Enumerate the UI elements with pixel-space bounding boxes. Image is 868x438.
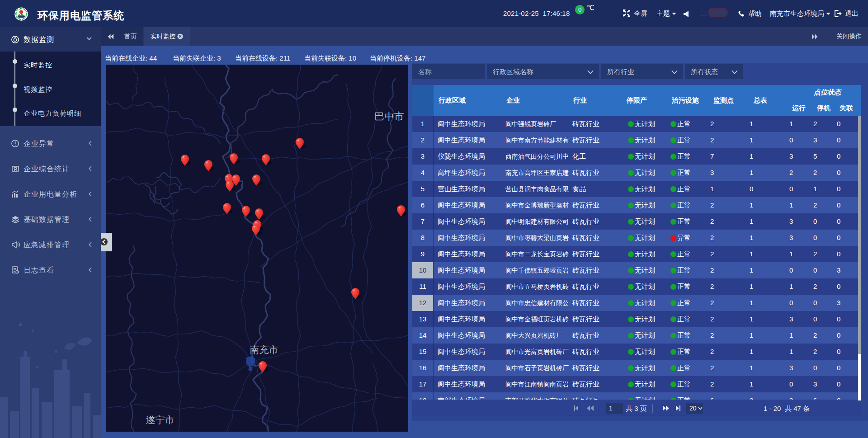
svg-text:遂宁市: 遂宁市 [146, 414, 175, 425]
svg-text:南充市: 南充市 [250, 344, 278, 355]
svg-text:巴中市: 巴中市 [374, 111, 404, 122]
